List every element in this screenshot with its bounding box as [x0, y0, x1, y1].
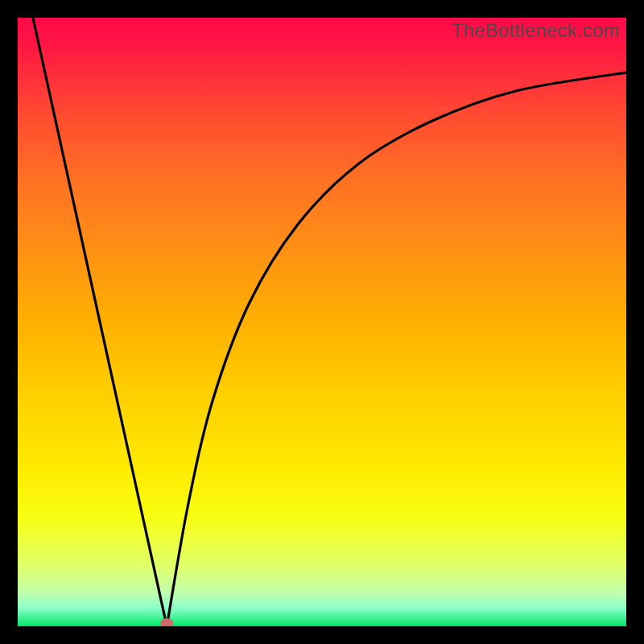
- optimal-point-marker: [160, 618, 173, 628]
- bottleneck-curve-chart: [18, 18, 626, 626]
- chart-frame: TheBottleneck.com: [0, 0, 644, 644]
- bottleneck-curve: [33, 18, 626, 626]
